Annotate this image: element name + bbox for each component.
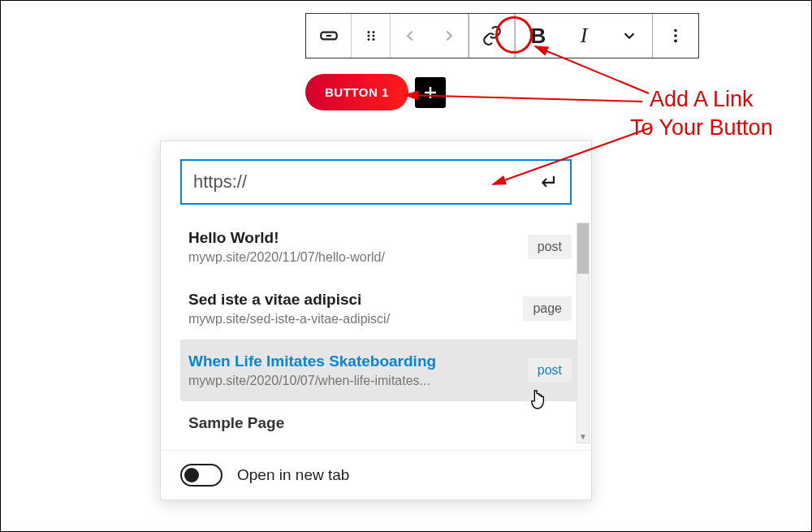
italic-button[interactable]: I [561, 14, 607, 58]
link-result-item[interactable]: When Life Imitates Skateboarding mywp.si… [180, 340, 583, 401]
result-title: When Life Imitates Skateboarding [188, 353, 520, 370]
link-result-item[interactable]: Sample Page mywp.site/sample-page/ [180, 401, 583, 450]
svg-point-5 [372, 35, 374, 37]
open-new-tab-label: Open in new tab [237, 466, 349, 484]
result-url: mywp.site/2020/10/07/when-life-imitates.… [188, 374, 520, 388]
svg-point-7 [372, 38, 374, 41]
toggle-knob [184, 468, 199, 482]
scrollbar-thumb[interactable] [577, 223, 589, 274]
drag-handle-button[interactable] [352, 14, 391, 58]
result-url: mywp.site/sed-iste-a-vitae-adipisci/ [188, 312, 515, 327]
svg-point-9 [674, 34, 677, 37]
scroll-down-arrow[interactable]: ▼ [577, 430, 589, 443]
result-title: Sample Page [188, 414, 572, 432]
link-popover: ↵ Hello World! mywp.site/2020/11/07/hell… [160, 141, 592, 500]
open-new-tab-row: Open in new tab [161, 450, 591, 500]
svg-point-4 [367, 35, 369, 37]
submit-link-icon[interactable]: ↵ [541, 170, 559, 195]
annotation-text: Add A Link To Your Button [630, 85, 773, 142]
bold-button[interactable]: B [516, 14, 561, 58]
more-formatting-dropdown[interactable] [607, 14, 652, 58]
move-next-button[interactable] [430, 14, 469, 58]
svg-point-10 [674, 40, 677, 43]
move-prev-button[interactable] [391, 14, 430, 58]
result-badge: post [528, 235, 572, 259]
button-block-row: BUTTON 1 [305, 74, 446, 110]
results-scrollbar[interactable]: ▼ [577, 223, 590, 443]
result-url: mywp.site/2020/11/07/hello-world/ [188, 250, 520, 265]
link-result-item[interactable]: Sed iste a vitae adipisci mywp.site/sed-… [180, 278, 583, 340]
link-button[interactable] [469, 14, 515, 58]
open-new-tab-toggle[interactable] [180, 464, 222, 487]
block-type-button[interactable] [306, 14, 352, 58]
url-input-wrap: ↵ [180, 159, 572, 205]
more-options-button[interactable] [653, 14, 698, 58]
svg-point-2 [367, 31, 369, 33]
demo-button[interactable]: BUTTON 1 [305, 74, 408, 110]
svg-point-6 [367, 38, 369, 41]
add-block-button[interactable] [415, 77, 446, 108]
svg-point-8 [674, 29, 677, 32]
annotation-line: Add A Link [630, 85, 773, 114]
link-result-item[interactable]: Hello World! mywp.site/2020/11/07/hello-… [180, 216, 583, 278]
svg-point-3 [372, 31, 374, 33]
annotation-line: To Your Button [630, 114, 773, 142]
result-title: Hello World! [188, 229, 520, 247]
result-title: Sed iste a vitae adipisci [188, 291, 515, 309]
result-badge: post [528, 358, 572, 383]
link-results-list: Hello World! mywp.site/2020/11/07/hello-… [161, 216, 591, 450]
result-badge: page [523, 296, 572, 321]
block-toolbar: B I [305, 13, 699, 58]
url-input[interactable] [193, 171, 541, 192]
